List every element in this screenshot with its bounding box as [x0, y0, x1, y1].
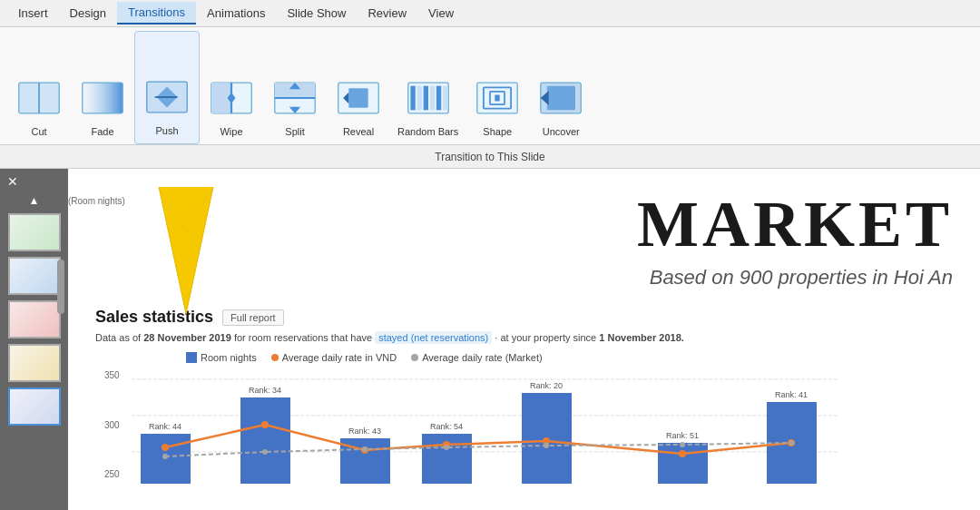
uncover-icon	[536, 74, 585, 123]
full-report-button[interactable]: Full report	[222, 309, 284, 326]
data-date-2: 1 November 2018.	[599, 332, 684, 343]
fade-label: Fade	[91, 126, 113, 137]
transition-split[interactable]: Split	[263, 31, 327, 144]
transition-reveal[interactable]: Reveal	[327, 31, 390, 144]
bar-2	[240, 397, 290, 484]
transition-randombars[interactable]: Random Bars	[390, 31, 466, 144]
y-label-300: 300	[104, 420, 120, 430]
transition-wipe[interactable]: Wipe	[200, 31, 263, 144]
data-highlight[interactable]: stayed (net reservations)	[375, 331, 492, 344]
menu-insert[interactable]: Insert	[7, 3, 59, 24]
svg-rect-2	[83, 83, 122, 113]
transition-cut[interactable]: Cut	[7, 31, 71, 144]
svg-text:Rank: 43: Rank: 43	[348, 427, 381, 436]
svg-point-55	[544, 443, 549, 448]
svg-point-56	[680, 442, 685, 447]
legend-avg-rate-market-label: Average daily rate (Market)	[422, 352, 542, 363]
chart-y-label: (Room nights)	[68, 196, 125, 206]
menu-bar: Insert Design Transitions Animations Sli…	[0, 0, 980, 27]
svg-rect-19	[410, 86, 415, 111]
legend-avg-rate-vnd: Average daily rate in VND	[271, 352, 397, 363]
legend-room-nights-label: Room nights	[201, 352, 257, 363]
menu-design[interactable]: Design	[59, 3, 117, 24]
wipe-label: Wipe	[220, 126, 242, 137]
cut-icon	[15, 74, 64, 123]
shape-icon	[473, 74, 522, 123]
svg-rect-20	[416, 86, 421, 111]
reveal-label: Reveal	[343, 126, 374, 137]
svg-point-57	[789, 440, 794, 446]
data-note-prefix: Data as of	[95, 332, 141, 343]
legend-room-nights: Room nights	[186, 352, 257, 363]
menu-view[interactable]: View	[417, 3, 465, 24]
menu-animations[interactable]: Animations	[196, 3, 276, 24]
svg-text:Rank: 54: Rank: 54	[430, 422, 463, 431]
transition-bar-label: Transition to This Slide	[435, 151, 544, 163]
data-note-2: for room reservations that have	[234, 332, 375, 343]
push-label: Push	[155, 125, 178, 136]
slide-thumb-3[interactable]	[8, 300, 61, 338]
legend-blue-dot	[186, 352, 197, 363]
svg-rect-16	[348, 88, 368, 107]
reveal-icon	[334, 74, 383, 123]
randombars-label: Random Bars	[397, 126, 458, 137]
sales-header: Sales statistics Full report	[95, 308, 953, 327]
svg-text:Rank: 34: Rank: 34	[249, 386, 281, 395]
menu-transitions[interactable]: Transitions	[117, 2, 196, 25]
menu-review[interactable]: Review	[357, 3, 417, 24]
randombars-icon	[404, 74, 453, 123]
svg-point-52	[262, 449, 268, 455]
uncover-label: Uncover	[543, 126, 580, 137]
shape-label: Shape	[483, 126, 512, 137]
slide-content: MARKET Based on 900 properties in Hoi An…	[68, 169, 980, 510]
ribbon: Cut Fade	[0, 27, 980, 145]
svg-point-44	[162, 444, 169, 451]
slide-thumb-2[interactable]	[8, 257, 61, 295]
slide-thumb-5[interactable]	[8, 387, 61, 426]
fade-icon	[78, 74, 127, 123]
menu-slideshow[interactable]: Slide Show	[276, 3, 357, 24]
wipe-icon	[207, 74, 256, 123]
legend-orange-dot	[271, 354, 279, 361]
legend-avg-rate-vnd-label: Average daily rate in VND	[282, 352, 397, 363]
svg-rect-24	[443, 86, 447, 111]
svg-point-49	[679, 450, 686, 457]
svg-rect-23	[436, 86, 441, 111]
svg-rect-21	[423, 86, 427, 111]
svg-point-45	[261, 421, 269, 428]
push-icon	[142, 73, 191, 122]
data-note: Data as of 28 November 2019 for room res…	[95, 332, 953, 343]
sidebar: ✕ ▲	[0, 169, 68, 510]
sales-title: Sales statistics	[95, 308, 213, 327]
svg-point-53	[362, 446, 368, 452]
slide-thumb-1[interactable]	[8, 213, 61, 251]
transition-uncover[interactable]: Uncover	[529, 31, 593, 144]
legend-avg-rate-market: Average daily rate (Market)	[411, 352, 542, 363]
slide-thumb-4[interactable]	[8, 344, 61, 382]
transition-push[interactable]: Push	[134, 31, 200, 144]
chart-legend: (Room nights) Room nights Average daily …	[95, 352, 953, 363]
ribbon-transitions-section: Cut Fade	[7, 31, 973, 144]
svg-text:Rank: 20: Rank: 20	[530, 381, 563, 390]
chart-container: 350 300 250 Rank: 44 Rank: 34	[104, 370, 953, 497]
main-area: ✕ ▲ MARKET Based on 900 properties in Ho…	[0, 169, 980, 510]
svg-point-54	[444, 445, 449, 450]
svg-text:Rank: 44: Rank: 44	[149, 422, 181, 431]
svg-text:Rank: 41: Rank: 41	[775, 390, 808, 399]
cut-label: Cut	[31, 126, 46, 137]
scroll-up-button[interactable]: ▲	[25, 191, 44, 211]
split-icon	[270, 74, 319, 123]
scroll-handle[interactable]	[57, 260, 64, 314]
sales-section: Sales statistics Full report Data as of …	[95, 308, 953, 497]
svg-text:Rank: 51: Rank: 51	[666, 431, 699, 440]
close-panel-button[interactable]: ✕	[4, 172, 22, 191]
y-label-350: 350	[104, 370, 120, 380]
svg-rect-30	[547, 86, 575, 111]
legend-gray-dot	[411, 354, 418, 361]
split-label: Split	[285, 126, 304, 137]
transition-shape[interactable]: Shape	[466, 31, 529, 144]
slide-subtitle: Based on 900 properties in Hoi An	[95, 266, 953, 289]
svg-rect-22	[429, 86, 434, 111]
svg-rect-28	[495, 94, 500, 101]
transition-fade[interactable]: Fade	[71, 31, 134, 144]
